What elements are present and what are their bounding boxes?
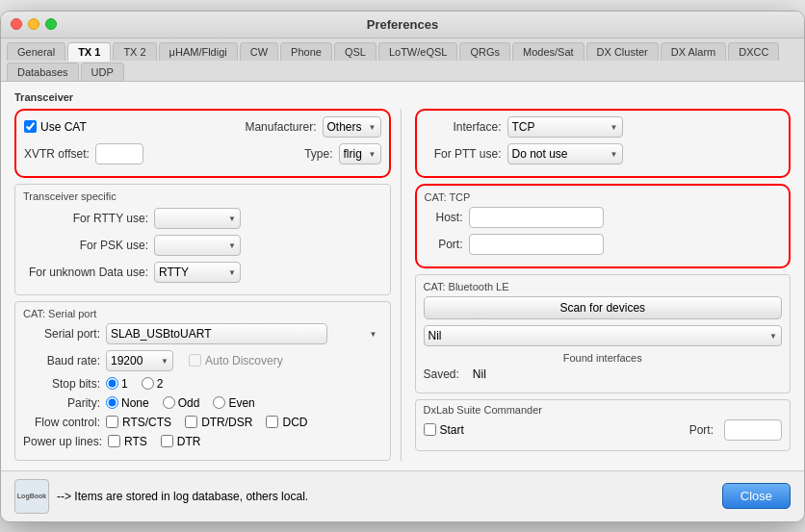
use-cat-checkbox[interactable] [24, 120, 37, 133]
traffic-lights [11, 18, 57, 30]
manufacturer-highlight: Use CAT Manufacturer: Others XVTR offset… [14, 109, 391, 178]
window-title: Preferences [367, 17, 438, 32]
maximize-traffic-light[interactable] [45, 18, 57, 30]
power-rts-label[interactable]: RTS [108, 435, 147, 448]
stop-bits-2-label[interactable]: 2 [142, 377, 164, 391]
serial-port-select-wrap: SLAB_USBtoUART [106, 323, 382, 344]
saved-row: Saved: Nil [424, 367, 783, 381]
tab-tx2[interactable]: TX 2 [113, 42, 156, 61]
flow-dcd-checkbox[interactable] [266, 416, 278, 428]
rtty-select[interactable] [154, 208, 241, 229]
unknown-select[interactable]: RTTY [154, 262, 241, 283]
nil-select[interactable]: Nil [424, 325, 783, 346]
dxlab-start-label[interactable]: Start [424, 423, 464, 437]
unknown-row: For unknown Data use: RTTY [23, 262, 382, 283]
serial-port-label: Serial port: [23, 327, 100, 341]
tab-qrgs[interactable]: QRGs [459, 42, 510, 61]
parity-odd-radio[interactable] [163, 396, 175, 409]
unknown-label: For unknown Data use: [23, 266, 148, 279]
ptt-select[interactable]: Do not use [507, 143, 623, 165]
flow-rtscts-checkbox[interactable] [106, 416, 118, 428]
baud-rate-label: Baud rate: [23, 354, 100, 367]
tab-dxcc[interactable]: DXCC [728, 42, 779, 61]
main-two-col: Use CAT Manufacturer: Others XVTR offset… [14, 109, 791, 461]
manufacturer-label: Manufacturer: [245, 120, 316, 134]
stop-bits-1-radio[interactable] [106, 377, 118, 390]
power-dtr-label[interactable]: DTR [161, 435, 201, 448]
manufacturer-select[interactable]: Others [323, 116, 381, 138]
interface-row: Interface: TCP [425, 116, 782, 138]
parity-even-radio[interactable] [213, 396, 225, 409]
tab-phone[interactable]: Phone [280, 42, 332, 61]
baud-rate-row: Baud rate: 19200 Auto Discovery [23, 350, 382, 371]
minimize-traffic-light[interactable] [28, 18, 39, 30]
auto-discovery-checkbox[interactable] [189, 354, 201, 367]
use-cat-checkbox-label[interactable]: Use CAT [24, 120, 87, 134]
ptt-label: For PTT use: [425, 147, 502, 161]
stop-bits-2-radio[interactable] [142, 377, 154, 390]
port-tcp-input[interactable]: 12345 [469, 234, 604, 255]
manufacturer-select-wrap: Others [323, 116, 381, 138]
tab-dxalarm[interactable]: DX Alarm [661, 42, 726, 61]
parity-none-radio[interactable] [106, 396, 118, 409]
serial-port-select[interactable]: SLAB_USBtoUART [106, 323, 327, 344]
rtty-row: For RTTY use: [23, 208, 382, 229]
psk-select[interactable] [154, 235, 241, 256]
power-up-row: Power up lines: RTS DTR [23, 435, 382, 448]
tab-bar: General TX 1 TX 2 μHAM/Fldigi CW Phone Q… [1, 38, 804, 82]
interface-select[interactable]: TCP [507, 116, 623, 138]
power-dtr-checkbox[interactable] [161, 435, 173, 447]
tab-qsl[interactable]: QSL [334, 42, 377, 61]
cat-serial-title: CAT: Serial port [23, 308, 382, 319]
parity-odd-label[interactable]: Odd [163, 396, 200, 410]
app-logo: LogBook [14, 479, 49, 514]
cat-serial-section: CAT: Serial port Serial port: SLAB_USBto… [14, 301, 391, 461]
baud-rate-select-wrap: 19200 [106, 350, 173, 371]
type-select[interactable]: flrig [339, 143, 381, 165]
interface-highlight: Interface: TCP For PTT use: Do not use [415, 109, 792, 178]
transceiver-section-header: Transceiver [14, 91, 791, 103]
tab-cw[interactable]: CW [240, 42, 278, 61]
bottom-bar: LogBook --> Items are stored in log data… [1, 470, 804, 521]
tab-tx1[interactable]: TX 1 [67, 42, 111, 62]
xvtr-input[interactable]: 0 [95, 143, 143, 165]
parity-even-label[interactable]: Even [213, 396, 254, 410]
rtty-select-wrap [154, 208, 241, 229]
tab-databases[interactable]: Databases [7, 63, 79, 81]
dxlab-port-input[interactable]: 5555 [724, 419, 782, 441]
host-row: Host: 127.0.0.1 [425, 207, 782, 228]
auto-discovery-text: Auto Discovery [205, 354, 283, 367]
tab-uham[interactable]: μHAM/Fldigi [159, 42, 238, 61]
flow-dtrdsr-label[interactable]: DTR/DSR [185, 416, 252, 429]
left-column: Use CAT Manufacturer: Others XVTR offset… [14, 109, 391, 461]
parity-none-label[interactable]: None [106, 396, 149, 410]
tab-udp[interactable]: UDP [81, 63, 124, 81]
cat-tcp-section: CAT: TCP Host: 127.0.0.1 Port: 12345 [415, 184, 792, 268]
close-button[interactable]: Close [722, 483, 791, 509]
stop-bits-1-label[interactable]: 1 [106, 377, 128, 391]
host-input[interactable]: 127.0.0.1 [469, 207, 604, 228]
tab-lotw[interactable]: LoTW/eQSL [378, 42, 458, 61]
nil-select-wrap: Nil [424, 325, 783, 346]
dxlab-start-checkbox[interactable] [424, 423, 436, 436]
power-up-group: RTS DTR [108, 435, 200, 448]
tab-general[interactable]: General [7, 42, 65, 61]
flow-dtrdsr-checkbox[interactable] [185, 416, 197, 428]
psk-label: For PSK use: [23, 239, 148, 252]
type-select-wrap: flrig [339, 143, 381, 165]
flow-dcd-label[interactable]: DCD [266, 416, 307, 429]
tab-dxcluster[interactable]: DX Cluster [586, 42, 659, 61]
baud-rate-select[interactable]: 19200 [106, 350, 173, 371]
psk-select-wrap [154, 235, 241, 256]
ptt-row: For PTT use: Do not use [425, 143, 782, 165]
nil-select-row: Nil [424, 325, 783, 346]
found-interfaces-label: Found interfaces [424, 352, 783, 364]
power-rts-checkbox[interactable] [108, 435, 120, 447]
close-traffic-light[interactable] [11, 18, 22, 30]
scan-button[interactable]: Scan for devices [424, 296, 783, 319]
interface-select-wrap: TCP [507, 116, 623, 138]
main-content: Transceiver Use CAT Manufacturer: [1, 82, 804, 470]
tab-modes[interactable]: Modes/Sat [512, 42, 584, 61]
flow-rtscts-label[interactable]: RTS/CTS [106, 416, 171, 429]
dxlab-start-row: Start Port: 5555 [424, 419, 783, 441]
